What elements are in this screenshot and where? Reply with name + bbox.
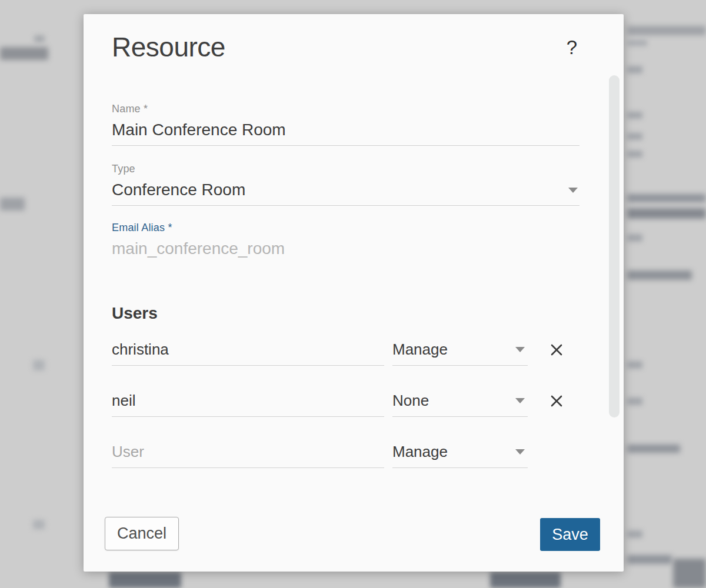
blurred-background-element [627,397,642,405]
role-select[interactable]: None [392,389,528,417]
remove-user-button[interactable] [549,342,564,358]
email-alias-input [112,236,580,261]
user-row: Manage [112,338,580,366]
user-row: Manage [112,440,580,468]
blurred-background-element [627,361,642,369]
blurred-background-element [0,198,25,211]
role-select-value: Manage [392,338,528,360]
role-select[interactable]: Manage [392,338,528,366]
blurred-background-element [627,270,692,280]
blurred-background-element [627,555,672,564]
blurred-background-element [627,208,706,219]
email-alias-field: Email Alias * [112,221,580,264]
type-select-value: Conference Room [112,178,580,202]
save-button[interactable]: Save [540,518,600,551]
blurred-background-element [627,234,642,242]
blurred-background-element [33,360,45,370]
email-alias-label: Email Alias * [112,221,580,234]
type-label: Type [112,162,580,175]
chevron-down-icon [515,347,525,352]
help-button[interactable]: ? [564,36,580,59]
chevron-down-icon [568,188,578,193]
scrollbar-thumb[interactable] [609,75,620,417]
role-select[interactable]: Manage [392,440,528,468]
user-input[interactable] [112,440,384,463]
blurred-background-element [627,194,706,202]
user-input[interactable] [112,338,384,360]
role-select-value: Manage [392,440,528,463]
type-select[interactable]: Conference Room [112,178,580,206]
dialog-title: Resource [112,31,225,64]
blurred-background-element [34,35,45,42]
blurred-background-element [627,133,642,140]
blurred-background-element [627,66,642,74]
cancel-button[interactable]: Cancel [105,517,179,550]
blurred-background-element [33,520,45,529]
remove-user-button[interactable] [549,393,564,409]
users-heading: Users [112,302,580,325]
chevron-down-icon [515,398,525,403]
blurred-background-element [627,530,642,538]
chevron-down-icon [515,449,525,455]
blurred-background-element [627,112,642,119]
blurred-background-element [627,26,706,35]
role-select-value: None [392,389,528,412]
name-label: Name * [112,102,580,115]
blurred-background-element [490,572,561,588]
blurred-background-element [627,40,647,46]
user-row: None [112,389,580,417]
close-icon [549,393,564,409]
blurred-background-element [109,572,181,588]
blurred-background-element [673,559,706,588]
name-field: Name * [112,102,580,146]
close-icon [549,342,564,358]
blurred-background-element [0,47,48,60]
blurred-background-element [627,445,680,453]
blurred-background-element [627,151,642,158]
name-input[interactable] [112,118,580,142]
resource-dialog: Resource ? Name * Type Conference Room E… [84,14,624,572]
user-input[interactable] [112,389,384,412]
type-field: Type Conference Room [112,162,580,206]
